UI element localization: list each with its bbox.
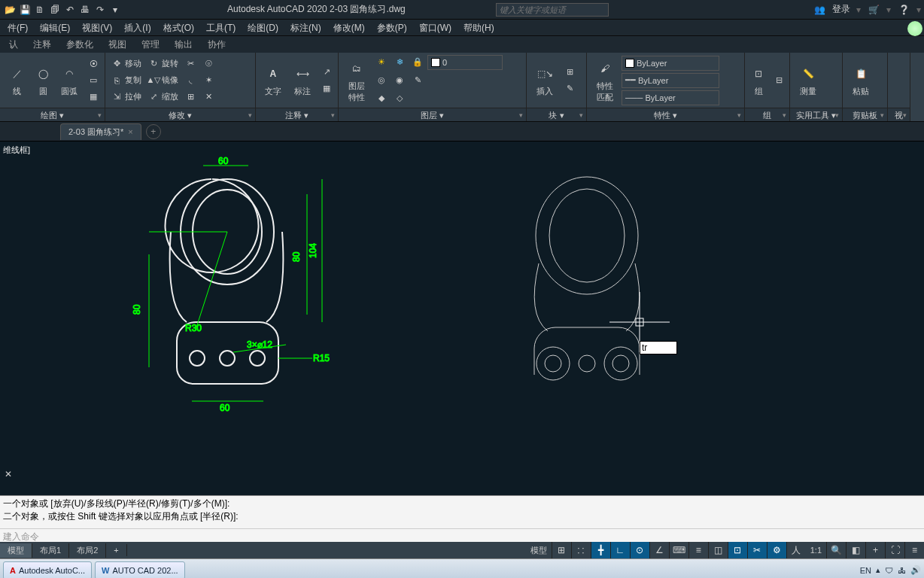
- lweight-combo[interactable]: ━━ ByLayer: [622, 73, 719, 88]
- leader-button[interactable]: ↗: [318, 65, 335, 80]
- file-tab[interactable]: 2-03 圆角练习* ×: [60, 123, 141, 140]
- pline-button[interactable]: ⦿: [85, 56, 102, 71]
- layout-1[interactable]: 布局1: [32, 543, 69, 558]
- menu-param[interactable]: 参数(P): [371, 20, 413, 36]
- menu-format[interactable]: 格式(O): [157, 20, 200, 36]
- close-viewport-icon[interactable]: ✕: [5, 469, 12, 479]
- table-button[interactable]: ▦: [318, 81, 335, 96]
- panel-util-title[interactable]: 实用工具 ▾: [790, 108, 842, 121]
- stretch-button[interactable]: ⇲拉伸: [108, 90, 144, 105]
- rect-button[interactable]: ▭: [85, 73, 102, 88]
- create-block-button[interactable]: ⊞: [561, 65, 578, 80]
- layer-freeze-button[interactable]: ❄: [391, 55, 408, 70]
- panel-layer-title[interactable]: 图层 ▾: [339, 108, 526, 121]
- paste-button[interactable]: 📋粘贴: [846, 55, 876, 106]
- tray-shield-icon[interactable]: 🛡: [885, 566, 893, 575]
- tray-up-icon[interactable]: ▴: [876, 565, 880, 575]
- search-box[interactable]: [496, 3, 609, 17]
- measure-button[interactable]: 📏测量: [793, 55, 823, 106]
- print-icon[interactable]: 🖶: [78, 3, 92, 17]
- menu-insert[interactable]: 插入(I): [118, 20, 157, 36]
- grid-toggle[interactable]: ⊞: [552, 542, 571, 558]
- menu-tools[interactable]: 工具(T): [200, 20, 242, 36]
- ribbon-tab-output[interactable]: 输出: [167, 36, 200, 53]
- taskbar-word[interactable]: WAUTO CAD 202...: [95, 561, 185, 579]
- tray-vol-icon[interactable]: 🔊: [910, 565, 921, 575]
- edit-block-button[interactable]: ✎: [561, 81, 578, 96]
- qat-dropdown-icon[interactable]: ▾: [108, 3, 122, 17]
- menu-modify[interactable]: 修改(M): [327, 20, 371, 36]
- polar-toggle[interactable]: ∟: [610, 542, 630, 558]
- zoom-toggle[interactable]: 🔍: [826, 542, 846, 558]
- anno-toggle[interactable]: 人: [786, 542, 806, 558]
- qp-toggle[interactable]: ⊡: [728, 542, 747, 558]
- dyn-toggle[interactable]: ⌨: [669, 542, 688, 558]
- layer-iso-button[interactable]: ◎: [373, 73, 390, 88]
- layer-lock-button[interactable]: 🔒: [409, 55, 426, 70]
- new-tab-button[interactable]: +: [146, 124, 161, 139]
- menu-dim[interactable]: 标注(N): [284, 20, 327, 36]
- panel-block-title[interactable]: 块 ▾: [527, 108, 586, 121]
- signin-icon[interactable]: 👥: [813, 3, 826, 17]
- close-icon[interactable]: ×: [128, 127, 132, 136]
- exchange-icon[interactable]: 🛒: [867, 3, 880, 17]
- lwt-toggle[interactable]: ≡: [688, 542, 708, 558]
- circle-button[interactable]: ◯圆: [32, 55, 53, 106]
- custom-toggle[interactable]: ≡: [904, 542, 924, 558]
- menu-view[interactable]: 视图(V): [76, 20, 118, 36]
- saveas-icon[interactable]: 🗎: [33, 3, 47, 17]
- panel-view-title[interactable]: 视: [888, 108, 910, 121]
- transp-toggle[interactable]: ◫: [708, 542, 728, 558]
- fillet-button[interactable]: ◟: [182, 73, 199, 88]
- layout-model[interactable]: 模型: [0, 543, 32, 558]
- panel-clip-title[interactable]: 剪贴板: [843, 108, 887, 121]
- panel-group-title[interactable]: 组: [745, 108, 789, 121]
- array-button[interactable]: ⊞: [182, 90, 199, 105]
- taskbar-autocad[interactable]: AAutodesk AutoC...: [3, 561, 92, 579]
- ws-toggle[interactable]: ⚙: [767, 542, 786, 558]
- iso-toggle[interactable]: ◧: [846, 542, 865, 558]
- redo-icon[interactable]: ↷: [93, 3, 107, 17]
- ime-indicator[interactable]: EN: [860, 566, 871, 575]
- erase-button[interactable]: ✕: [200, 90, 217, 105]
- ribbon-tab-annotate[interactable]: 注释: [26, 36, 59, 53]
- drawing-canvas[interactable]: 维线框] ✕ 60 60 80 80 104 R30 3×⌀12 R15: [0, 141, 924, 495]
- copy-button[interactable]: ⎘复制: [108, 73, 144, 88]
- move-button[interactable]: ✥移动: [108, 56, 144, 71]
- save-icon[interactable]: 💾: [18, 3, 32, 17]
- snap-toggle[interactable]: ⸬: [571, 542, 591, 558]
- ribbon-tab-parametric[interactable]: 参数化: [59, 36, 101, 53]
- menu-draw[interactable]: 绘图(D): [242, 20, 284, 36]
- group-button[interactable]: ⊡组: [748, 55, 769, 106]
- otrack-toggle[interactable]: ∠: [649, 542, 669, 558]
- color-combo[interactable]: ByLayer: [622, 56, 719, 71]
- arc-button[interactable]: ◠圆弧: [56, 55, 84, 106]
- layer-misc2-button[interactable]: ◇: [391, 91, 408, 106]
- layout-add[interactable]: +: [106, 544, 126, 556]
- panel-annot-title[interactable]: 注释 ▾: [256, 108, 338, 121]
- ribbon-tab-manage[interactable]: 管理: [134, 36, 167, 53]
- ungroup-button[interactable]: ⊟: [771, 73, 787, 88]
- mirror-button[interactable]: ▲▽镜像: [145, 73, 181, 88]
- status-model[interactable]: 模型: [526, 545, 552, 556]
- panel-prop-title[interactable]: 特性 ▾: [587, 108, 744, 121]
- trim-button[interactable]: ✂: [182, 56, 199, 71]
- dimension-button[interactable]: ⟷标注: [289, 55, 318, 106]
- help-icon[interactable]: ❔: [897, 3, 910, 17]
- tray-net-icon[interactable]: 🖧: [898, 566, 906, 575]
- open-icon[interactable]: 📂: [3, 3, 17, 17]
- status-scale[interactable]: 1:1: [806, 546, 826, 555]
- hatch-button[interactable]: ▦: [85, 90, 102, 105]
- layer-uniso-button[interactable]: ◉: [391, 73, 408, 88]
- sc-toggle[interactable]: ✂: [747, 542, 767, 558]
- ltype-combo[interactable]: ─── ByLayer: [622, 90, 719, 105]
- dynamic-input[interactable]: [640, 341, 677, 354]
- layer-props-button[interactable]: 🗂图层 特性: [342, 55, 372, 106]
- clean-toggle[interactable]: ⛶: [885, 542, 904, 558]
- scale-button[interactable]: ⤢缩放: [145, 90, 181, 105]
- panel-modify-title[interactable]: 修改 ▾: [105, 108, 255, 121]
- insert-button[interactable]: ⬚↘插入: [530, 55, 560, 106]
- line-button[interactable]: ／线: [3, 55, 31, 106]
- matchprop-button[interactable]: 🖌特性 匹配: [590, 55, 620, 106]
- rotate-button[interactable]: ↻旋转: [145, 56, 181, 71]
